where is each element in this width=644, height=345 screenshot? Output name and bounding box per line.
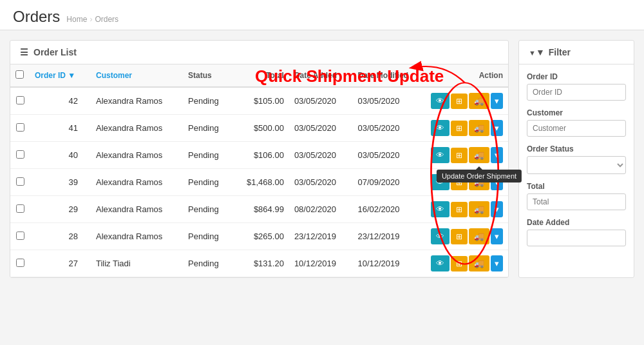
row-order-id: 42 xyxy=(30,87,91,115)
table-row: 27 Tiliz Tiadi Pending $131.20 10/12/201… xyxy=(10,250,508,277)
row-checkbox-3[interactable] xyxy=(16,177,24,186)
invoice-button[interactable]: ⊞ xyxy=(451,256,468,271)
col-action: Action xyxy=(426,64,508,87)
shipment-btn-wrapper: 🚚 xyxy=(469,93,489,109)
action-btn-group: 👁 ⊞ 🚚 ▾ xyxy=(431,93,503,109)
row-checkbox-1[interactable] xyxy=(16,123,24,132)
row-checkbox-cell xyxy=(10,250,30,277)
caret-icon: ▾ xyxy=(495,204,499,214)
dropdown-button[interactable]: ▾ xyxy=(491,255,503,271)
truck-icon: 🚚 xyxy=(474,232,484,241)
action-btn-group: 👁 ⊞ 🚚 ▾ xyxy=(431,120,503,136)
row-checkbox-cell xyxy=(10,169,30,196)
filter-order-id-input[interactable] xyxy=(527,84,626,101)
invoice-button[interactable]: ⊞ xyxy=(451,229,468,244)
view-button[interactable]: 👁 xyxy=(431,93,450,109)
shipment-btn-wrapper: 🚚 xyxy=(469,120,489,136)
filter-order-id-label: Order ID xyxy=(527,72,626,81)
row-customer: Alexandra Ramos xyxy=(91,169,183,196)
action-btn-group: 👁 ⊞ 🚚 ▾ xyxy=(431,255,503,271)
shipment-btn-wrapper: 🚚 Update Order Shipment xyxy=(469,147,489,163)
row-checkbox-5[interactable] xyxy=(16,232,24,240)
breadcrumb-current: Orders xyxy=(95,15,118,24)
filter-status-select[interactable]: Pending xyxy=(527,156,626,174)
shipment-button[interactable]: 🚚 xyxy=(469,255,489,271)
row-date-added: 03/05/2020 xyxy=(289,169,353,196)
shipment-button[interactable]: 🚚 xyxy=(469,93,489,109)
table-header-row: Order ID ▼ Customer Status Total Date Ad… xyxy=(10,64,508,87)
row-checkbox-cell xyxy=(10,223,30,250)
row-status: Pending xyxy=(183,169,232,196)
row-checkbox-6[interactable] xyxy=(16,259,24,267)
filter-date-label: Date Added xyxy=(527,218,626,227)
row-checkbox-cell xyxy=(10,142,30,169)
eye-icon: 👁 xyxy=(436,123,444,133)
panel-title: Order List xyxy=(33,47,77,57)
dropdown-button[interactable]: ▾ xyxy=(491,147,503,163)
row-status: Pending xyxy=(183,250,232,277)
breadcrumb-home[interactable]: Home xyxy=(66,15,87,24)
filter-total: Total xyxy=(527,182,626,210)
file-icon: ⊞ xyxy=(456,259,462,268)
filter-customer-input[interactable] xyxy=(527,120,626,137)
shipment-button[interactable]: 🚚 xyxy=(469,228,489,244)
row-checkbox-4[interactable] xyxy=(16,204,24,213)
row-action-cell: 👁 ⊞ 🚚 ▾ xyxy=(426,223,508,250)
filter-title: Filter xyxy=(549,47,571,57)
view-button[interactable]: 👁 xyxy=(431,255,450,271)
row-action-cell: 👁 ⊞ 🚚 ▾ xyxy=(426,87,508,115)
col-order-id[interactable]: Order ID ▼ xyxy=(30,64,91,87)
eye-icon: 👁 xyxy=(436,232,444,241)
shipment-button[interactable]: 🚚 xyxy=(469,147,489,163)
view-button[interactable]: 👁 xyxy=(431,147,450,163)
row-total: $105.00 xyxy=(232,87,289,115)
shipment-button[interactable]: 🚚 xyxy=(469,201,489,217)
page-header: Orders Home › Orders xyxy=(0,0,644,30)
view-button[interactable]: 👁 xyxy=(431,120,450,136)
row-checkbox-2[interactable] xyxy=(16,150,24,159)
row-customer: Alexandra Ramos xyxy=(91,223,183,250)
row-date-added: 03/05/2020 xyxy=(289,142,353,169)
filter-date-input[interactable] xyxy=(527,230,626,246)
dropdown-button[interactable]: ▾ xyxy=(491,228,503,244)
row-total: $131.20 xyxy=(232,250,289,277)
row-action-cell: 👁 ⊞ 🚚 ▾ xyxy=(426,196,508,223)
breadcrumb-sep: › xyxy=(90,15,92,24)
dropdown-button[interactable]: ▾ xyxy=(491,201,503,217)
filter-date-added: Date Added xyxy=(527,218,626,246)
invoice-button[interactable]: ⊞ xyxy=(451,121,468,136)
file-icon: ⊞ xyxy=(456,232,462,241)
invoice-button[interactable]: ⊞ xyxy=(451,148,468,163)
table-row: 41 Alexandra Ramos Pending $500.00 03/05… xyxy=(10,115,508,142)
row-date-added: 03/05/2020 xyxy=(289,115,353,142)
filter-total-input[interactable] xyxy=(527,193,626,210)
caret-icon: ▾ xyxy=(495,232,499,241)
table-row: 40 Alexandra Ramos Pending $106.00 03/05… xyxy=(10,142,508,169)
row-status: Pending xyxy=(183,115,232,142)
shipment-button[interactable]: 🚚 xyxy=(469,120,489,136)
row-order-id: 39 xyxy=(30,169,91,196)
row-checkbox-0[interactable] xyxy=(16,96,24,104)
view-button[interactable]: 👁 xyxy=(431,228,450,244)
dropdown-button[interactable]: ▾ xyxy=(491,120,503,136)
row-action-cell: 👁 ⊞ 🚚 ▾ xyxy=(426,115,508,142)
dropdown-button[interactable]: ▾ xyxy=(491,93,503,109)
filter-customer-label: Customer xyxy=(527,108,626,117)
view-button[interactable]: 👁 xyxy=(431,201,450,217)
row-order-id: 29 xyxy=(30,196,91,223)
row-date-added: 23/12/2019 xyxy=(289,223,353,250)
row-customer: Tiliz Tiadi xyxy=(91,250,183,277)
invoice-button[interactable]: ⊞ xyxy=(451,202,468,217)
file-icon: ⊞ xyxy=(456,151,462,160)
col-date-added: Date Added xyxy=(289,64,353,87)
eye-icon: 👁 xyxy=(436,150,444,160)
row-date-modified: 03/05/2020 xyxy=(352,142,426,169)
row-status: Pending xyxy=(183,87,232,115)
truck-icon: 🚚 xyxy=(474,259,484,268)
row-date-added: 08/02/2020 xyxy=(289,196,353,223)
truck-icon: 🚚 xyxy=(474,204,484,214)
panel-heading: Order List xyxy=(10,41,508,64)
select-all-checkbox[interactable] xyxy=(15,70,24,79)
truck-icon: 🚚 xyxy=(474,150,484,160)
invoice-button[interactable]: ⊞ xyxy=(451,94,468,109)
